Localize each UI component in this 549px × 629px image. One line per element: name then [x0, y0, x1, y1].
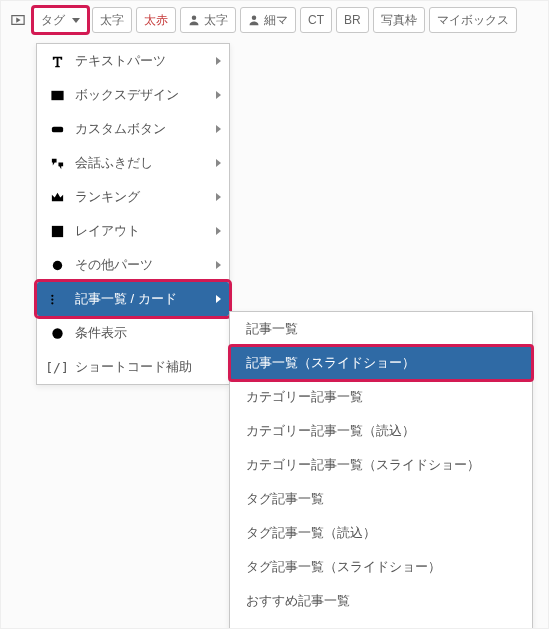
submenu-item[interactable]: タグ記事一覧（読込） [230, 516, 532, 550]
mybox-button[interactable]: マイボックス [429, 7, 517, 33]
menu-item[interactable]: 条件表示 [37, 316, 229, 350]
button-icon [49, 121, 65, 137]
menu-item-label: その他パーツ [75, 256, 153, 274]
tag-dropdown-menu: テキストパーツボックスデザインカスタムボタン会話ふきだしランキングレイアウトその… [36, 43, 230, 385]
ranking-icon [49, 189, 65, 205]
chevron-right-icon [216, 159, 221, 167]
menu-item-label: ランキング [75, 188, 140, 206]
submenu-item[interactable]: カテゴリー記事一覧（スライドショー） [230, 448, 532, 482]
submenu-item[interactable]: タグ記事一覧 [230, 482, 532, 516]
chevron-right-icon [216, 227, 221, 235]
submenu-item[interactable]: おすすめ記事一覧 [230, 584, 532, 618]
list-icon [49, 291, 65, 307]
speech-icon [49, 155, 65, 171]
menu-item-label: テキストパーツ [75, 52, 166, 70]
bold-black-button[interactable]: 太字 [92, 7, 132, 33]
layout-icon [49, 223, 65, 239]
user-bold-label: 太字 [204, 14, 228, 26]
submenu-item[interactable]: カテゴリー記事一覧 [230, 380, 532, 414]
target-icon [49, 325, 65, 341]
other-parts-icon [49, 257, 65, 273]
submenu-item-label: カテゴリー記事一覧（スライドショー） [246, 456, 480, 474]
chevron-right-icon [216, 125, 221, 133]
user-bold-button[interactable]: 太字 [180, 7, 236, 33]
bold-red-button[interactable]: 太赤 [136, 7, 176, 33]
submenu-item[interactable]: 記事一覧 [230, 312, 532, 346]
text-icon [49, 53, 65, 69]
tag-dropdown-label: タグ [41, 14, 65, 26]
menu-item[interactable]: 会話ふきだし [37, 146, 229, 180]
chevron-right-icon [216, 193, 221, 201]
svg-point-2 [192, 16, 197, 21]
editor-toolbar: タグ 太字 太赤 太字 細マ CT BR 写真枠 マイボックス [1, 1, 548, 39]
br-button[interactable]: BR [336, 7, 369, 33]
submenu-item-label: カテゴリー記事一覧 [246, 388, 363, 406]
submenu-item[interactable]: 記事一覧（スライドショー） [230, 346, 532, 380]
app-stage: タグ 太字 太赤 太字 細マ CT BR 写真枠 マイボックス テキストパーツボ… [0, 0, 549, 629]
shortcode-icon: [/] [49, 359, 65, 375]
ct-button[interactable]: CT [300, 7, 332, 33]
menu-item[interactable]: ランキング [37, 180, 229, 214]
menu-item-label: ショートコード補助 [75, 358, 192, 376]
menu-item-label: 記事一覧 / カード [75, 290, 177, 308]
chevron-right-icon [216, 57, 221, 65]
chevron-right-icon [216, 295, 221, 303]
insert-media-icon[interactable] [7, 7, 29, 33]
menu-item[interactable]: [/]ショートコード補助 [37, 350, 229, 384]
chevron-right-icon [216, 91, 221, 99]
user-thin-button[interactable]: 細マ [240, 7, 296, 33]
menu-item[interactable]: テキストパーツ [37, 44, 229, 78]
menu-item-label: カスタムボタン [75, 120, 166, 138]
menu-item-label: レイアウト [75, 222, 140, 240]
menu-item-label: 条件表示 [75, 324, 127, 342]
menu-item[interactable]: カスタムボタン [37, 112, 229, 146]
box-design-icon [49, 87, 65, 103]
chevron-right-icon [216, 261, 221, 269]
menu-item[interactable]: レイアウト [37, 214, 229, 248]
submenu-item-label: 記事一覧（スライドショー） [246, 354, 415, 372]
submenu-item[interactable]: カテゴリー記事一覧（読込） [230, 414, 532, 448]
svg-point-3 [252, 16, 257, 21]
photo-frame-button[interactable]: 写真枠 [373, 7, 425, 33]
svg-marker-1 [16, 17, 20, 22]
menu-item-label: 会話ふきだし [75, 154, 153, 172]
submenu-item[interactable]: ブログカード [230, 618, 532, 629]
menu-item[interactable]: ボックスデザイン [37, 78, 229, 112]
user-thin-label: 細マ [264, 14, 288, 26]
menu-item[interactable]: その他パーツ [37, 248, 229, 282]
submenu-item-label: 記事一覧 [246, 320, 298, 338]
menu-item[interactable]: 記事一覧 / カード [37, 282, 229, 316]
chevron-down-icon [72, 18, 80, 23]
tag-dropdown-button[interactable]: タグ [33, 7, 88, 33]
menu-item-label: ボックスデザイン [75, 86, 179, 104]
submenu-item-label: タグ記事一覧（読込） [246, 524, 376, 542]
submenu-item-label: カテゴリー記事一覧（読込） [246, 422, 415, 440]
submenu-item-label: タグ記事一覧 [246, 490, 324, 508]
submenu-item[interactable]: タグ記事一覧（スライドショー） [230, 550, 532, 584]
submenu-item-label: おすすめ記事一覧 [246, 592, 350, 610]
submenu-item-label: タグ記事一覧（スライドショー） [246, 558, 441, 576]
article-list-submenu: 記事一覧記事一覧（スライドショー）カテゴリー記事一覧カテゴリー記事一覧（読込）カ… [229, 311, 533, 629]
